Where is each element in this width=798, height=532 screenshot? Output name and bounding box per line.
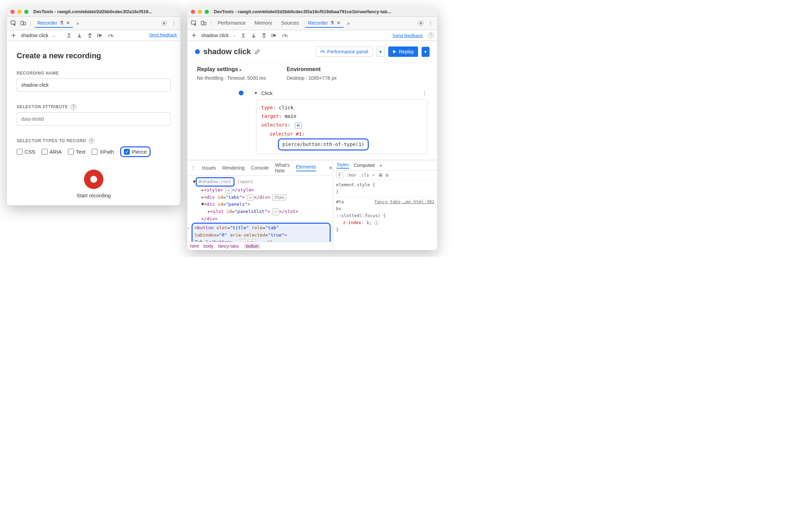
svg-rect-1 <box>21 21 23 25</box>
tab-issues[interactable]: Issues <box>202 165 216 171</box>
send-feedback-link[interactable]: Send feedback <box>149 33 177 37</box>
start-recording-button[interactable] <box>84 170 103 189</box>
selector-attribute-input[interactable] <box>17 112 171 126</box>
crumb-html[interactable]: html <box>190 243 199 249</box>
recording-dropdown-icon[interactable]: ⌄ <box>233 33 236 38</box>
checkbox-aria[interactable]: ARIA <box>42 149 62 155</box>
crumb-body[interactable]: body <box>204 243 213 249</box>
pick-selector-icon[interactable]: ◩ <box>295 122 302 129</box>
recording-name-input[interactable] <box>17 78 171 92</box>
drawer-tabs: ⋮ Issues Rendering Console What's New El… <box>187 160 333 176</box>
inspect-element-icon[interactable] <box>10 20 17 26</box>
shadow-root-badge: #shadow-root <box>196 177 235 187</box>
minimize-window-icon[interactable] <box>198 10 202 14</box>
step-header[interactable]: ▼ Click ⋮ <box>197 90 427 96</box>
more-tabs-icon[interactable]: » <box>347 20 350 26</box>
tab-whats-new[interactable]: What's New <box>275 162 289 173</box>
tab-console[interactable]: Console <box>251 165 269 171</box>
edit-icon[interactable] <box>254 49 261 55</box>
separator: | <box>210 20 212 26</box>
step-details: type: click target: main selectors: ◩ se… <box>256 100 427 154</box>
dom-tree[interactable]: ▼#shadow-root (open) ▸<style>⋯</style> ▸… <box>187 176 333 242</box>
selector-value-highlight[interactable]: pierce/button:nth-of-type(1) <box>278 138 369 151</box>
speed-icon[interactable] <box>282 32 288 38</box>
print-icon[interactable]: 🖶 <box>379 173 383 178</box>
step-play-icon[interactable] <box>271 32 278 38</box>
tab-elements[interactable]: Elements <box>296 164 316 171</box>
tab-recorder[interactable]: Recorder ⚗ ✕ <box>305 19 344 28</box>
tab-sources[interactable]: Sources <box>278 19 302 28</box>
maximize-window-icon[interactable] <box>205 10 209 14</box>
recording-dropdown-icon[interactable]: ⌄ <box>52 33 56 38</box>
more-tabs-icon[interactable]: » <box>76 20 79 26</box>
speed-icon[interactable] <box>108 32 114 38</box>
crumb-button[interactable]: button <box>244 243 261 249</box>
toggle-panel-icon[interactable]: ⧉ <box>385 173 389 178</box>
replay-dropdown[interactable]: ▾ <box>422 47 430 57</box>
source-link[interactable]: fancy-tabs-…mo.html:302 <box>374 198 434 205</box>
close-window-icon[interactable] <box>191 10 195 14</box>
svg-rect-2 <box>24 22 26 25</box>
export-icon[interactable] <box>66 32 72 38</box>
export-icon[interactable] <box>240 32 246 38</box>
checkbox-css[interactable]: CSS <box>17 149 35 155</box>
device-toolbar-icon[interactable] <box>201 20 207 26</box>
performance-panel-dropdown[interactable]: ▾ <box>376 46 385 57</box>
recording-status-dot <box>195 49 200 54</box>
delete-icon[interactable] <box>261 32 267 38</box>
replay-settings-heading[interactable]: Replay settings ▸ <box>197 66 266 72</box>
help-icon[interactable]: ? <box>71 104 76 110</box>
gear-icon[interactable] <box>161 20 167 26</box>
svg-rect-9 <box>272 34 272 37</box>
minimize-window-icon[interactable] <box>17 10 22 14</box>
inspect-element-icon[interactable] <box>191 20 197 26</box>
tab-computed[interactable]: Computed <box>354 163 375 168</box>
tab-performance[interactable]: Performance <box>215 19 248 28</box>
separator: | <box>30 20 31 26</box>
delete-icon[interactable] <box>87 32 93 38</box>
drawer-menu-icon[interactable]: ⋮ <box>191 165 196 171</box>
kebab-menu-icon[interactable]: ⋮ <box>427 20 434 26</box>
device-toolbar-icon[interactable] <box>20 20 26 26</box>
devtools-window-left: DevTools - rawgit.com/ebidel/2d2bb0cdec3… <box>7 7 180 205</box>
send-feedback-link[interactable]: Send feedback <box>392 33 423 38</box>
add-recording-icon[interactable] <box>191 32 197 38</box>
replay-button[interactable]: Replay <box>388 46 418 57</box>
styles-rules[interactable]: element.style { } #ta fancy-tabs-…mo.htm… <box>333 180 437 234</box>
cls-toggle[interactable]: .cls <box>359 173 369 178</box>
close-tab-icon[interactable]: ✕ <box>337 20 341 26</box>
tab-rendering[interactable]: Rendering <box>222 165 245 171</box>
kebab-menu-icon[interactable]: ⋮ <box>171 20 177 26</box>
close-tab-icon[interactable]: ✕ <box>66 20 70 26</box>
gear-icon[interactable] <box>418 20 424 26</box>
import-icon[interactable] <box>76 32 83 38</box>
help-icon[interactable]: ? <box>89 138 94 144</box>
tab-memory[interactable]: Memory <box>252 19 275 28</box>
recording-name: shadow click <box>201 33 229 38</box>
help-icon[interactable]: ? <box>428 33 434 38</box>
close-drawer-icon[interactable]: ✕ <box>329 165 333 171</box>
tab-styles[interactable]: Styles <box>337 162 349 169</box>
step-play-icon[interactable] <box>97 32 103 38</box>
styles-panel: Styles Computed » F :hov .cls ＋ 🖶 ⧉ elem… <box>333 160 437 250</box>
page-heading: Create a new recording <box>17 51 171 60</box>
styles-tabs: Styles Computed » <box>333 160 437 171</box>
import-icon[interactable] <box>251 32 257 38</box>
crumb-fancy-tabs[interactable]: fancy-tabs <box>218 243 239 249</box>
filter-input[interactable]: F <box>336 172 343 178</box>
close-window-icon[interactable] <box>10 10 15 14</box>
tab-recorder[interactable]: Recorder ⚗ ✕ <box>35 19 73 28</box>
hov-toggle[interactable]: :hov <box>346 173 356 178</box>
new-rule-icon[interactable]: ＋ <box>372 172 376 178</box>
breadcrumb[interactable]: html body fancy-tabs button <box>187 242 333 250</box>
maximize-window-icon[interactable] <box>24 10 28 14</box>
performance-panel-button[interactable]: Performance panel <box>316 46 373 57</box>
checkbox-xpath[interactable]: XPath <box>92 149 114 155</box>
add-recording-icon[interactable] <box>10 32 17 38</box>
more-tabs-icon[interactable]: » <box>380 163 382 168</box>
checkbox-text[interactable]: Text <box>68 149 86 155</box>
flask-icon: ⚗ <box>59 20 64 26</box>
step-menu-icon[interactable]: ⋮ <box>421 90 427 96</box>
slot-badge[interactable]: ↳ slot <box>237 239 256 242</box>
checkbox-pierce[interactable]: Pierce <box>124 149 147 155</box>
